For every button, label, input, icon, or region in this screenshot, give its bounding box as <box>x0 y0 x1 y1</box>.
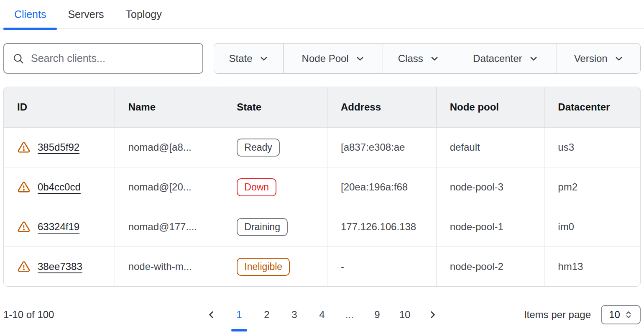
client-node-pool: node-pool-2 <box>436 247 544 286</box>
next-page-button[interactable] <box>424 306 442 324</box>
tab-label: Toplogy <box>126 8 162 21</box>
items-per-page-value: 10 <box>609 309 620 321</box>
search-input[interactable] <box>31 52 194 64</box>
column-header-state: State <box>223 87 327 127</box>
column-header-datacenter: Datacenter <box>544 87 640 127</box>
client-name: nomad@[a8... <box>115 128 223 167</box>
client-address: - <box>327 247 436 286</box>
tab-servers[interactable]: Servers <box>57 0 115 28</box>
pager: 1234...910 <box>197 306 447 324</box>
filter-dropdown-node-pool[interactable]: Node Pool <box>283 44 383 73</box>
state-badge: Ready <box>237 139 279 157</box>
client-id-link[interactable]: 63324f19 <box>38 221 79 233</box>
tab-label: Servers <box>68 8 104 21</box>
client-id-link[interactable]: 0b4cc0cd <box>38 181 81 193</box>
filter-dropdown-version[interactable]: Version <box>557 44 640 73</box>
filter-dropdown-datacenter[interactable]: Datacenter <box>454 44 557 73</box>
pagination-bar: 1-10 of 100 1234...910 Items per page 10 <box>3 287 641 324</box>
chevron-down-icon <box>614 54 624 63</box>
filter-label: Version <box>574 53 608 64</box>
chevrons-up-down-icon <box>624 311 633 319</box>
warning-triangle-icon <box>17 260 31 273</box>
client-node-pool: node-pool-3 <box>436 167 544 207</box>
filter-dropdown-class[interactable]: Class <box>383 44 454 73</box>
column-header-id: ID <box>4 87 115 127</box>
client-name: node-with-m... <box>115 247 223 286</box>
page-button-4[interactable]: 4 <box>313 307 331 322</box>
tab-bar: Clients Servers Toplogy <box>0 0 644 29</box>
chevron-left-icon <box>207 310 216 319</box>
client-datacenter: hm13 <box>544 247 640 286</box>
filter-label: Class <box>398 53 423 64</box>
table-row[interactable]: 0b4cc0cd nomad@[20... Down [20ea:196a:f6… <box>4 167 640 207</box>
table-row[interactable]: 385d5f92 nomad@[a8... Ready [a837:e308:a… <box>4 127 640 167</box>
client-address: [20ea:196a:f68 <box>327 167 436 207</box>
client-datacenter: us3 <box>544 128 640 167</box>
table-body: 385d5f92 nomad@[a8... Ready [a837:e308:a… <box>4 127 640 286</box>
previous-page-button[interactable] <box>202 306 220 324</box>
search-box[interactable] <box>3 43 203 74</box>
filter-dropdown-state[interactable]: State <box>214 44 283 73</box>
state-badge: Down <box>237 178 276 196</box>
filter-group: State Node Pool Class Datacenter Version <box>214 43 641 74</box>
warning-triangle-icon <box>17 181 31 193</box>
client-name: nomad@177.... <box>115 207 223 247</box>
table-header: IDNameStateAddressNode poolDatacenter <box>4 87 640 127</box>
column-header-name: Name <box>115 87 223 127</box>
page-ellipsis: ... <box>341 307 358 322</box>
page-button-2[interactable]: 2 <box>258 307 276 322</box>
table-row[interactable]: 63324f19 nomad@177.... Draining 177.126.… <box>4 207 640 247</box>
chevron-down-icon <box>259 54 268 63</box>
clients-table: IDNameStateAddressNode poolDatacenter 38… <box>3 87 641 287</box>
page-button-10[interactable]: 10 <box>396 307 414 322</box>
results-summary: 1-10 of 100 <box>3 309 197 321</box>
client-id-link[interactable]: 38ee7383 <box>38 261 82 272</box>
tab-topology[interactable]: Toplogy <box>115 0 173 28</box>
column-header-node-pool: Node pool <box>436 87 544 127</box>
column-header-address: Address <box>327 87 436 127</box>
warning-triangle-icon <box>17 141 31 154</box>
page-button-9[interactable]: 9 <box>368 307 386 322</box>
search-icon <box>13 53 24 64</box>
chevron-down-icon <box>355 54 365 63</box>
page-button-3[interactable]: 3 <box>286 307 303 322</box>
client-datacenter: im0 <box>544 207 640 247</box>
client-node-pool: node-pool-1 <box>436 207 544 247</box>
chevron-down-icon <box>430 54 439 63</box>
chevron-right-icon <box>428 310 437 319</box>
client-datacenter: pm2 <box>544 167 640 207</box>
items-per-page-label: Items per page <box>524 309 591 321</box>
page-button-1[interactable]: 1 <box>230 307 248 322</box>
page-list: 1234...910 <box>225 307 419 322</box>
tab-clients[interactable]: Clients <box>3 0 57 28</box>
items-per-page-select[interactable]: 10 <box>601 305 641 324</box>
state-badge: Draining <box>237 218 288 236</box>
filter-label: Datacenter <box>473 53 522 64</box>
client-id-link[interactable]: 385d5f92 <box>38 141 79 153</box>
client-address: 177.126.106.138 <box>327 207 436 247</box>
filter-label: State <box>229 53 253 64</box>
table-row[interactable]: 38ee7383 node-with-m... Ineligible - nod… <box>4 247 640 286</box>
chevron-down-icon <box>529 54 538 63</box>
items-per-page: Items per page 10 <box>447 305 641 324</box>
warning-triangle-icon <box>17 221 31 233</box>
client-node-pool: default <box>436 128 544 167</box>
state-badge: Ineligible <box>237 258 290 276</box>
client-address: [a837:e308:ae <box>327 128 436 167</box>
tab-label: Clients <box>14 8 46 21</box>
toolbar: State Node Pool Class Datacenter Version <box>3 43 641 74</box>
client-name: nomad@[20... <box>115 167 223 207</box>
filter-label: Node Pool <box>302 53 349 64</box>
